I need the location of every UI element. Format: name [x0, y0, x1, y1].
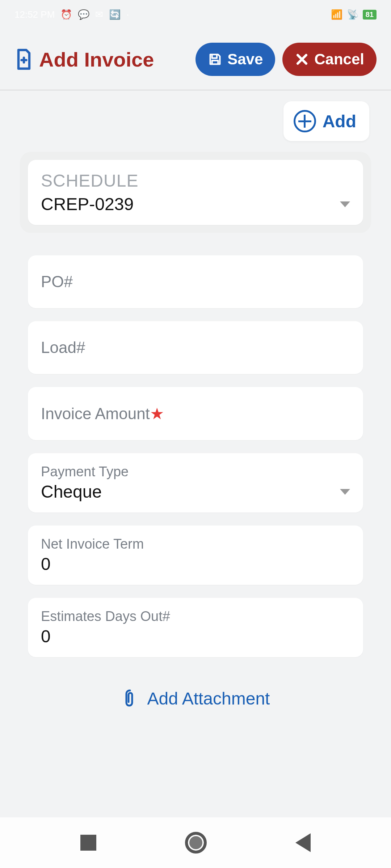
page-title: Add Invoice — [39, 48, 154, 71]
load-field[interactable]: Load# — [28, 321, 363, 374]
net-invoice-term-label: Net Invoice Term — [41, 536, 350, 552]
schedule-card: SCHEDULE CREP-0239 — [20, 152, 371, 233]
required-star-icon: ★ — [150, 405, 164, 422]
status-left: 12:52 PM ⏰ 💬 ✉ 🔄 · — [14, 9, 129, 20]
save-button[interactable]: Save — [196, 43, 275, 76]
status-right: 📶 📡 81 — [331, 9, 377, 20]
alarm-icon: ⏰ — [60, 9, 72, 20]
mail-icon: ✉ — [95, 9, 103, 20]
dot-icon: · — [126, 9, 129, 20]
attachment-label: Add Attachment — [147, 689, 270, 709]
paperclip-icon — [121, 688, 139, 709]
system-nav-bar — [0, 817, 391, 868]
schedule-dropdown[interactable]: SCHEDULE CREP-0239 — [28, 160, 363, 225]
plus-circle-icon — [294, 110, 316, 132]
add-row: Add — [0, 101, 391, 152]
estimates-days-out-label: Estimates Days Out# — [41, 609, 350, 624]
net-invoice-term-value: 0 — [41, 554, 51, 574]
add-attachment-button[interactable]: Add Attachment — [121, 688, 270, 709]
nav-recent-button[interactable] — [80, 835, 96, 851]
header-buttons: Save Cancel — [196, 43, 377, 76]
po-placeholder: PO# — [41, 273, 73, 290]
estimates-days-out-field[interactable]: Estimates Days Out# 0 — [28, 598, 363, 657]
content-area: Add SCHEDULE CREP-0239 PO# Load# Invoice… — [0, 90, 391, 740]
status-bar: 12:52 PM ⏰ 💬 ✉ 🔄 · 📶 📡 81 — [0, 0, 391, 29]
nav-back-button[interactable] — [295, 833, 311, 852]
save-label: Save — [227, 51, 263, 68]
load-placeholder: Load# — [41, 339, 85, 356]
payment-type-value: Cheque — [41, 482, 102, 502]
add-button[interactable]: Add — [283, 101, 369, 141]
estimates-days-out-value: 0 — [41, 627, 51, 646]
chat-icon: 💬 — [78, 9, 89, 20]
form-section: PO# Load# Invoice Amount★ Payment Type C… — [20, 247, 371, 740]
invoice-amount-field[interactable]: Invoice Amount★ — [28, 387, 363, 440]
status-time: 12:52 PM — [14, 9, 55, 20]
signal-icon: 📶 — [331, 9, 342, 20]
wifi-icon: 📡 — [347, 9, 358, 20]
battery-indicator: 81 — [363, 10, 377, 20]
sync-icon: 🔄 — [109, 9, 121, 20]
cancel-label: Cancel — [314, 51, 364, 68]
save-icon — [208, 52, 222, 67]
cancel-button[interactable]: Cancel — [282, 43, 377, 76]
page-title-wrap: Add Invoice — [14, 48, 196, 71]
close-icon — [295, 52, 309, 67]
app-header: Add Invoice Save Cancel — [0, 29, 391, 90]
nav-home-button[interactable] — [185, 832, 207, 854]
po-field[interactable]: PO# — [28, 255, 363, 308]
chevron-down-icon — [340, 489, 350, 495]
payment-type-label: Payment Type — [41, 464, 350, 480]
schedule-label: SCHEDULE — [41, 171, 350, 191]
schedule-value: CREP-0239 — [41, 194, 134, 214]
net-invoice-term-field[interactable]: Net Invoice Term 0 — [28, 526, 363, 585]
invoice-amount-placeholder: Invoice Amount★ — [41, 405, 164, 422]
document-add-icon — [14, 48, 33, 70]
chevron-down-icon — [340, 201, 350, 207]
add-label: Add — [323, 111, 356, 131]
payment-type-dropdown[interactable]: Payment Type Cheque — [28, 453, 363, 512]
attachment-row: Add Attachment — [28, 670, 363, 732]
